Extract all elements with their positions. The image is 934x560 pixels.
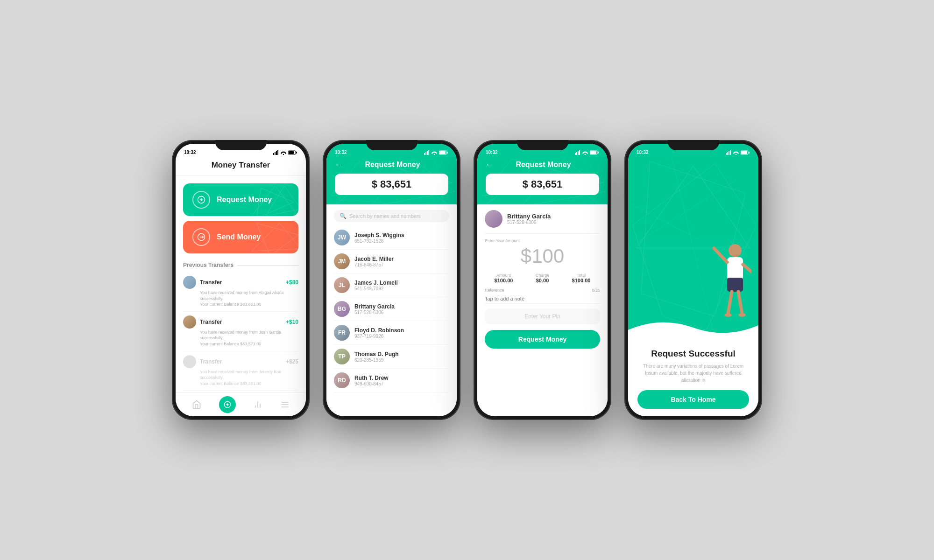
charge-label: Charge — [524, 273, 561, 278]
svg-rect-20 — [424, 153, 425, 155]
total-value: $100.00 — [562, 278, 600, 283]
status-icons-2 — [424, 150, 448, 155]
phone2-amount: $ 83,651 — [335, 174, 448, 195]
svg-rect-27 — [447, 152, 448, 154]
svg-rect-2 — [276, 151, 277, 155]
time-1: 10:32 — [184, 150, 196, 155]
send-icon — [192, 228, 210, 246]
transfer-item-1: Transfer +$80 You have received money fr… — [183, 272, 298, 312]
reference-input[interactable] — [485, 294, 600, 304]
amount-label: Amount — [485, 273, 523, 278]
svg-rect-1 — [275, 152, 276, 155]
svg-marker-9 — [256, 188, 294, 216]
amount-input-display[interactable]: $100 — [485, 245, 600, 267]
nav-chart[interactable] — [253, 400, 262, 409]
contact-item-6[interactable]: TP Thomas D. Pugh 620-285-1959 — [334, 345, 449, 369]
search-icon: 🔍 — [340, 213, 347, 219]
contact-avatar-6: TP — [334, 349, 350, 364]
selected-contact-avatar — [485, 210, 502, 228]
nav-menu[interactable] — [280, 400, 290, 409]
contact-name-2: Jacob E. Miller — [354, 256, 449, 262]
svg-rect-49 — [741, 151, 747, 154]
nav-transfer[interactable] — [219, 396, 236, 413]
svg-point-57 — [729, 244, 742, 257]
send-money-button[interactable]: Send Money — [183, 221, 298, 253]
svg-rect-39 — [598, 152, 599, 154]
search-bar[interactable]: 🔍 Search by names and numbers — [334, 210, 449, 222]
contact-phone-4: 517-528-6306 — [354, 310, 449, 315]
contact-info-1: Joseph S. Wiggins 651-792-1528 — [354, 232, 449, 244]
phone2-green-header: ← Request Money $ 83,651 — [326, 157, 457, 204]
phone-2: 10:32 ← Request Money $ 83,651 — [323, 140, 460, 420]
contact-item-2[interactable]: JM Jacob E. Miller 716-646-8757 — [334, 250, 449, 273]
contact-name-5: Floyd D. Robinson — [354, 327, 449, 334]
svg-line-62 — [728, 292, 732, 314]
phone1-title: Money Transfer — [176, 157, 306, 176]
status-icons-4 — [726, 150, 750, 155]
amount-col-amount: Amount $100.00 — [485, 273, 523, 283]
contact-item-5[interactable]: FR Floyd D. Robinson 937-719-9926 — [334, 321, 449, 345]
contact-phone-6: 620-285-1959 — [354, 357, 449, 363]
svg-rect-7 — [296, 152, 297, 154]
svg-rect-35 — [579, 150, 580, 155]
success-desc: There are many variations of passages of… — [637, 363, 749, 384]
avatar-2 — [183, 315, 196, 329]
contact-name-3: James J. Lomeli — [354, 280, 449, 286]
back-arrow-2[interactable]: ← — [335, 161, 342, 169]
contact-info-4: Brittany Garcia 517-528-6306 — [354, 303, 449, 315]
reference-section: Reference 0/25 — [485, 288, 600, 304]
transfer-amount-2: +$10 — [286, 319, 298, 325]
transfer-label-1: Transfer — [200, 279, 282, 286]
back-arrow-3[interactable]: ← — [486, 161, 493, 169]
svg-rect-44 — [727, 152, 728, 155]
transfer-item-3: Transfer +$25 You have received money fr… — [183, 351, 298, 391]
contact-avatar-3: JL — [334, 277, 350, 293]
ref-header: Reference 0/25 — [485, 288, 600, 293]
pin-input-area[interactable]: Enter Your Pin — [485, 308, 600, 324]
transfer-desc-2: You have received money from Josh Garcia… — [183, 329, 298, 347]
svg-rect-6 — [289, 151, 294, 154]
selected-contact-info: Brittany Garcia 517-528-6306 — [507, 213, 551, 225]
nav-home[interactable] — [192, 400, 201, 409]
reference-label: Reference — [485, 288, 504, 293]
request-money-button-3[interactable]: Request Money — [485, 330, 600, 349]
amount-col-charge: Charge $0.00 — [524, 273, 561, 283]
contact-avatar-7: RD — [334, 372, 350, 388]
contact-item-7[interactable]: RD Ruth T. Drew 949-600-8457 — [334, 369, 449, 392]
selected-contact-name: Brittany Garcia — [507, 213, 551, 220]
phone4-screen: Request Successful There are many variat… — [628, 157, 758, 416]
svg-marker-51 — [637, 166, 750, 248]
total-label: Total — [562, 273, 600, 278]
svg-line-60 — [743, 265, 751, 272]
transfer-desc-3: You have received money from Jeremy Koe … — [183, 369, 298, 387]
time-4: 10:32 — [637, 150, 649, 155]
svg-line-56 — [628, 180, 737, 248]
time-2: 10:32 — [335, 150, 347, 155]
transfer-amount-3: +$25 — [286, 358, 298, 365]
phone4-green-area — [628, 157, 758, 339]
phone2-header-title: Request Money — [346, 161, 448, 169]
contact-avatar-5: FR — [334, 325, 350, 341]
notch-4 — [668, 140, 719, 150]
request-icon — [192, 191, 210, 209]
time-3: 10:32 — [486, 150, 498, 155]
contact-name-7: Ruth T. Drew — [354, 375, 449, 381]
svg-rect-21 — [425, 152, 426, 155]
contact-phone-5: 937-719-9926 — [354, 334, 449, 339]
transfer-label-3: Transfer — [200, 358, 282, 365]
back-to-home-button[interactable]: Back To Home — [637, 390, 749, 409]
contact-item-4[interactable]: BG Brittany Garcia 517-528-6306 — [334, 297, 449, 321]
svg-rect-26 — [439, 151, 446, 154]
phone2-screen: ← Request Money $ 83,651 🔍 Search by nam… — [326, 157, 457, 416]
transfer-amount-1: +$80 — [286, 279, 298, 286]
contact-item-1[interactable]: JW Joseph S. Wiggins 651-792-1528 — [334, 226, 449, 250]
contact-item-3[interactable]: JL James J. Lomeli 541-549-7092 — [334, 273, 449, 297]
phone-3: 10:32 ← Request Money $ 83,651 — [474, 140, 611, 420]
status-icons-1 — [273, 150, 297, 155]
contact-info-3: James J. Lomeli 541-549-7092 — [354, 280, 449, 291]
phone1-buttons: Request Money Send Money — [176, 176, 306, 257]
contact-list: JW Joseph S. Wiggins 651-792-1528 JM Jac… — [326, 226, 457, 392]
request-money-button[interactable]: Request Money — [183, 183, 298, 216]
contact-phone-3: 541-549-7092 — [354, 286, 449, 291]
svg-rect-32 — [575, 153, 576, 155]
